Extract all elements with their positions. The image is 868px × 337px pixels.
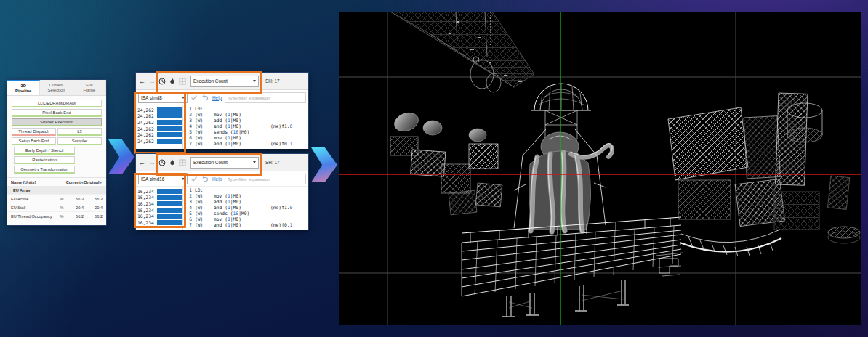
tab-current-selection[interactable]: Current Selection xyxy=(40,80,73,95)
asm-line[interactable]: 2(W)mov (1|M0) xyxy=(186,193,308,199)
caret-down-icon xyxy=(253,161,256,163)
count-row[interactable]: 16,234 xyxy=(137,200,182,207)
count-row[interactable]: 16,234 xyxy=(137,213,182,219)
profiler-toolbar: ← → Execution Count SH: 17 xyxy=(136,154,308,171)
metrics-group-eu-array: EU Array xyxy=(7,186,106,194)
count-bar xyxy=(157,126,182,131)
button-pixel-back-end[interactable]: Pixel Back-End xyxy=(12,109,102,117)
count-row[interactable]: 24,262 xyxy=(137,126,182,132)
apply-check-icon[interactable] xyxy=(190,94,198,101)
count-row[interactable]: 24,262 xyxy=(137,107,182,113)
layout-grid-icon[interactable] xyxy=(179,78,187,85)
asm-line[interactable]: 7(W)and (1|M0)(ne)f0.1 xyxy=(186,222,308,228)
asm-line[interactable]: 4(W)and (1|M0)(ne)f1.0 xyxy=(186,123,308,129)
count-row[interactable]: 24,262 xyxy=(137,131,182,138)
hotspots-flame-icon[interactable] xyxy=(169,78,177,85)
shader-profiler-panel-simd16: ← → Execution Count SH: 17 ISA simd16 He… xyxy=(136,154,308,230)
count-row[interactable]: 16,234 xyxy=(137,188,182,195)
truss-bridge xyxy=(390,12,534,92)
back-button[interactable]: ← xyxy=(138,78,146,85)
asm-line[interactable]: 6(W)mov (1|M0) xyxy=(186,216,308,222)
button-llc-edram-dram[interactable]: LLC/EDRAM/DRAM xyxy=(12,100,102,107)
count-bar xyxy=(157,139,182,144)
asm-line[interactable]: 1L0: xyxy=(186,187,308,193)
count-row[interactable]: 16,234 xyxy=(137,207,182,214)
metrics-table: Name (Units) Current ◂ Original ▸ EU Arr… xyxy=(7,177,106,220)
count-row[interactable]: 16,234 xyxy=(137,195,182,201)
count-bar xyxy=(157,113,182,118)
button-l3[interactable]: L3 xyxy=(57,128,102,136)
pipeline-panel: 3D Pipeline Current Selection Full Frame… xyxy=(7,80,106,225)
forward-button[interactable]: → xyxy=(148,78,156,85)
caret-down-icon xyxy=(253,80,256,82)
button-setup-back-end[interactable]: Setup Back-End xyxy=(12,137,56,145)
isa-dropdown[interactable]: ISA simd16 xyxy=(138,173,188,184)
undo-icon[interactable] xyxy=(201,94,209,101)
isa-dropdown[interactable]: ISA simd8 xyxy=(138,92,188,103)
asm-line[interactable]: 1L0: xyxy=(186,106,308,112)
asm-line[interactable]: 3(W)add (1|M0) xyxy=(186,199,308,205)
asm-line[interactable]: 5(W)sends (16|M0) xyxy=(186,129,308,135)
help-link[interactable]: Help xyxy=(212,176,222,182)
apply-check-icon[interactable] xyxy=(190,175,198,182)
count-bar xyxy=(157,107,182,113)
button-early-depth-stencil[interactable]: Early Depth / Stencil xyxy=(14,147,75,155)
profiler-toolbar: ← → Execution Count SH: 17 xyxy=(136,73,308,90)
button-thread-dispatch[interactable]: Thread Dispatch xyxy=(12,128,56,136)
hotspots-flame-icon[interactable] xyxy=(169,159,177,166)
count-bar xyxy=(157,132,182,137)
count-bar xyxy=(157,189,182,194)
asm-line[interactable]: 7(W)and (1|M0)(ne)f0.1 xyxy=(186,141,308,147)
button-rasterization[interactable]: Rasterization xyxy=(14,156,75,164)
shader-id-label: SH: 17 xyxy=(265,160,280,165)
stage-platform xyxy=(462,217,683,317)
button-shader-execution[interactable]: Shader Execution xyxy=(12,118,102,126)
count-row[interactable]: 24,262 xyxy=(137,138,182,145)
count-row[interactable]: 16,234 xyxy=(137,219,182,226)
shader-profiler-panel-simd8: ← → Execution Count SH: 17 ISA simd8 Hel… xyxy=(136,73,308,148)
asm-code-listing: 1L0: 2(W)mov (1|M0) 3(W)add (1|M0) 4(W)a… xyxy=(183,105,308,149)
asm-line[interactable]: 5(W)sends (16|M0) xyxy=(186,211,308,216)
asm-line[interactable]: 2(W)mov (1|M0) xyxy=(186,112,308,118)
button-geometry-transformation[interactable]: Geometry Transformation xyxy=(14,166,75,174)
asm-line[interactable]: 4(W)and (1|M0)(ne)f1.0 xyxy=(186,205,308,211)
wireframe-scene xyxy=(339,12,861,325)
pipeline-tab-bar: 3D Pipeline Current Selection Full Frame xyxy=(7,80,106,96)
layout-grid-icon[interactable] xyxy=(179,159,187,166)
caret-down-icon xyxy=(182,97,185,99)
undo-icon[interactable] xyxy=(201,175,209,182)
flow-arrow-icon xyxy=(108,139,134,174)
metric-dropdown[interactable]: Execution Count xyxy=(190,76,259,87)
count-bar xyxy=(157,208,182,213)
forward-button[interactable]: → xyxy=(148,159,156,166)
execution-count-column: 16,234 16,234 16,234 16,234 16,234 16,23… xyxy=(136,187,183,230)
asm-line[interactable]: 6(W)mov (1|M0) xyxy=(186,135,308,141)
tab-3d-pipeline[interactable]: 3D Pipeline xyxy=(7,80,40,95)
flow-arrow-icon xyxy=(311,147,337,182)
table-row: EU Stall % 20.4 20.4 xyxy=(7,203,106,211)
caret-right-icon[interactable]: ▸ xyxy=(99,180,103,184)
tab-full-frame[interactable]: Full Frame xyxy=(73,80,106,95)
history-icon[interactable] xyxy=(158,78,166,85)
filter-input[interactable] xyxy=(225,92,306,103)
caret-down-icon xyxy=(182,178,185,180)
metric-dropdown[interactable]: Execution Count xyxy=(190,157,259,168)
shader-id-label: SH: 17 xyxy=(265,78,280,84)
asm-line[interactable]: 3(W)add (1|M0) xyxy=(186,118,308,123)
history-icon[interactable] xyxy=(158,159,166,166)
count-row[interactable]: 24,262 xyxy=(137,119,182,126)
count-bar xyxy=(157,120,182,125)
count-bar xyxy=(157,214,182,219)
render-viewport[interactable] xyxy=(339,12,861,325)
profiler-subtoolbar: ISA simd16 Help xyxy=(136,171,308,187)
back-button[interactable]: ← xyxy=(138,159,146,166)
count-row[interactable]: 24,262 xyxy=(137,113,182,120)
button-sampler[interactable]: Sampler xyxy=(57,137,102,145)
count-bar xyxy=(157,220,182,225)
wireframe-disc xyxy=(828,227,860,243)
help-link[interactable]: Help xyxy=(212,95,222,100)
profiler-subtoolbar: ISA simd8 Help xyxy=(136,90,308,105)
left-cluster xyxy=(390,110,502,215)
asm-code-listing: 1L0: 2(W)mov (1|M0) 3(W)add (1|M0) 4(W)a… xyxy=(183,187,308,230)
filter-input[interactable] xyxy=(225,174,306,184)
